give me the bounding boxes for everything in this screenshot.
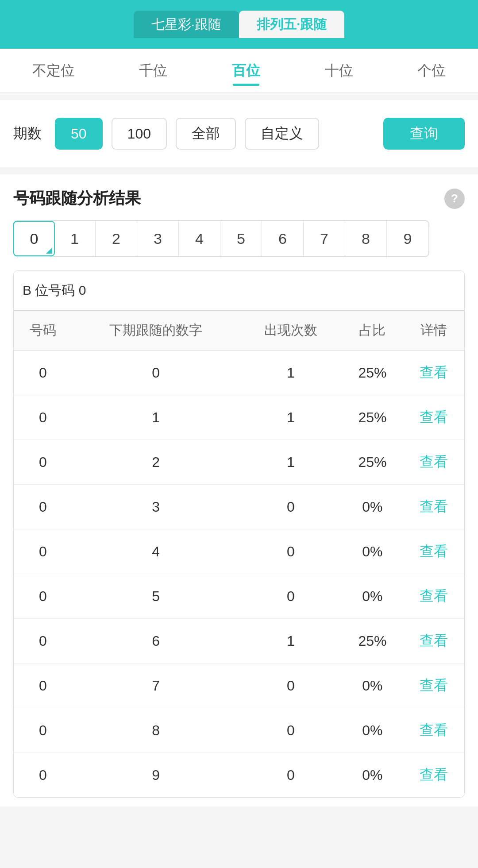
cell-2: 0 bbox=[240, 574, 342, 619]
number-item-2[interactable]: 2 bbox=[96, 221, 137, 256]
tab-baiwei[interactable]: 百位 bbox=[223, 57, 269, 85]
query-button[interactable]: 查询 bbox=[383, 118, 465, 150]
cell-1: 6 bbox=[72, 619, 240, 664]
number-item-5[interactable]: 5 bbox=[220, 221, 262, 256]
number-item-3[interactable]: 3 bbox=[137, 221, 179, 256]
period-btn-50[interactable]: 50 bbox=[55, 118, 103, 150]
number-item-9[interactable]: 9 bbox=[387, 221, 428, 256]
number-item-0[interactable]: 0 bbox=[13, 221, 55, 256]
number-item-7[interactable]: 7 bbox=[304, 221, 345, 256]
cell-3: 25% bbox=[342, 619, 403, 664]
table-row: 0800%查看 bbox=[14, 708, 464, 753]
analysis-table: 号码下期跟随的数字出现次数占比详情 00125%查看01125%查看02125%… bbox=[14, 311, 464, 797]
cell-2: 1 bbox=[240, 619, 342, 664]
tab-pailiehwu[interactable]: 排列五·跟随 bbox=[239, 11, 344, 38]
cell-2: 1 bbox=[240, 351, 342, 395]
number-item-1[interactable]: 1 bbox=[54, 221, 96, 256]
table-body: 00125%查看01125%查看02125%查看0300%查看0400%查看05… bbox=[14, 351, 464, 798]
detail-link[interactable]: 查看 bbox=[403, 440, 464, 485]
cell-3: 0% bbox=[342, 664, 403, 708]
cell-2: 0 bbox=[240, 708, 342, 753]
cell-3: 0% bbox=[342, 529, 403, 574]
table-row: 0700%查看 bbox=[14, 664, 464, 708]
position-tabs: 不定位 千位 百位 十位 个位 bbox=[0, 49, 478, 93]
table-row: 0500%查看 bbox=[14, 574, 464, 619]
tab-shiwei[interactable]: 十位 bbox=[316, 57, 362, 85]
cell-3: 25% bbox=[342, 395, 403, 440]
col-header-2: 出现次数 bbox=[240, 311, 342, 351]
col-header-0: 号码 bbox=[14, 311, 72, 351]
col-header-4: 详情 bbox=[403, 311, 464, 351]
cell-0: 0 bbox=[14, 440, 72, 485]
cell-2: 0 bbox=[240, 529, 342, 574]
cell-1: 1 bbox=[72, 395, 240, 440]
table-row: 0900%查看 bbox=[14, 753, 464, 798]
period-section: 期数 50 100 全部 自定义 查询 bbox=[0, 100, 478, 167]
col-header-3: 占比 bbox=[342, 311, 403, 351]
detail-link[interactable]: 查看 bbox=[403, 529, 464, 574]
number-item-4[interactable]: 4 bbox=[179, 221, 220, 256]
detail-link[interactable]: 查看 bbox=[403, 574, 464, 619]
table-section-title: B 位号码 0 bbox=[14, 271, 464, 311]
cell-0: 0 bbox=[14, 708, 72, 753]
cell-0: 0 bbox=[14, 529, 72, 574]
detail-link[interactable]: 查看 bbox=[403, 708, 464, 753]
detail-link[interactable]: 查看 bbox=[403, 619, 464, 664]
cell-1: 0 bbox=[72, 351, 240, 395]
cell-0: 0 bbox=[14, 574, 72, 619]
cell-2: 0 bbox=[240, 753, 342, 798]
cell-0: 0 bbox=[14, 753, 72, 798]
cell-3: 0% bbox=[342, 753, 403, 798]
cell-3: 0% bbox=[342, 708, 403, 753]
period-btn-100[interactable]: 100 bbox=[112, 118, 167, 150]
period-btn-custom[interactable]: 自定义 bbox=[245, 118, 319, 150]
col-header-1: 下期跟随的数字 bbox=[72, 311, 240, 351]
cell-3: 0% bbox=[342, 485, 403, 529]
table-row: 0400%查看 bbox=[14, 529, 464, 574]
analysis-table-container: B 位号码 0 号码下期跟随的数字出现次数占比详情 00125%查看01125%… bbox=[13, 270, 465, 798]
analysis-section: 号码跟随分析结果 ? 0123456789 B 位号码 0 号码下期跟随的数字出… bbox=[0, 174, 478, 806]
cell-3: 25% bbox=[342, 440, 403, 485]
table-row: 06125%查看 bbox=[14, 619, 464, 664]
detail-link[interactable]: 查看 bbox=[403, 664, 464, 708]
table-row: 02125%查看 bbox=[14, 440, 464, 485]
cell-1: 5 bbox=[72, 574, 240, 619]
cell-2: 0 bbox=[240, 485, 342, 529]
cell-2: 1 bbox=[240, 440, 342, 485]
detail-link[interactable]: 查看 bbox=[403, 485, 464, 529]
number-selector: 0123456789 bbox=[13, 220, 429, 257]
cell-0: 0 bbox=[14, 395, 72, 440]
detail-link[interactable]: 查看 bbox=[403, 753, 464, 798]
cell-2: 0 bbox=[240, 664, 342, 708]
tab-gewei[interactable]: 个位 bbox=[409, 57, 455, 85]
cell-0: 0 bbox=[14, 485, 72, 529]
cell-3: 25% bbox=[342, 351, 403, 395]
cell-3: 0% bbox=[342, 574, 403, 619]
cell-0: 0 bbox=[14, 619, 72, 664]
tab-budingwei[interactable]: 不定位 bbox=[23, 57, 84, 85]
table-row: 0300%查看 bbox=[14, 485, 464, 529]
number-item-6[interactable]: 6 bbox=[262, 221, 304, 256]
cell-1: 4 bbox=[72, 529, 240, 574]
cell-1: 3 bbox=[72, 485, 240, 529]
help-icon[interactable]: ? bbox=[444, 189, 465, 209]
cell-1: 7 bbox=[72, 664, 240, 708]
period-btn-all[interactable]: 全部 bbox=[176, 118, 236, 150]
tab-qianwei[interactable]: 千位 bbox=[130, 57, 176, 85]
table-header-row: 号码下期跟随的数字出现次数占比详情 bbox=[14, 311, 464, 351]
cell-1: 2 bbox=[72, 440, 240, 485]
cell-0: 0 bbox=[14, 351, 72, 395]
cell-0: 0 bbox=[14, 664, 72, 708]
detail-link[interactable]: 查看 bbox=[403, 395, 464, 440]
tab-qixingcai[interactable]: 七星彩·跟随 bbox=[134, 11, 239, 38]
detail-link[interactable]: 查看 bbox=[403, 351, 464, 395]
header: 七星彩·跟随 排列五·跟随 bbox=[0, 0, 478, 49]
table-row: 00125%查看 bbox=[14, 351, 464, 395]
analysis-title: 号码跟随分析结果 bbox=[13, 188, 141, 209]
cell-1: 8 bbox=[72, 708, 240, 753]
cell-1: 9 bbox=[72, 753, 240, 798]
cell-2: 1 bbox=[240, 395, 342, 440]
number-item-8[interactable]: 8 bbox=[345, 221, 387, 256]
period-label: 期数 bbox=[13, 124, 42, 143]
table-row: 01125%查看 bbox=[14, 395, 464, 440]
